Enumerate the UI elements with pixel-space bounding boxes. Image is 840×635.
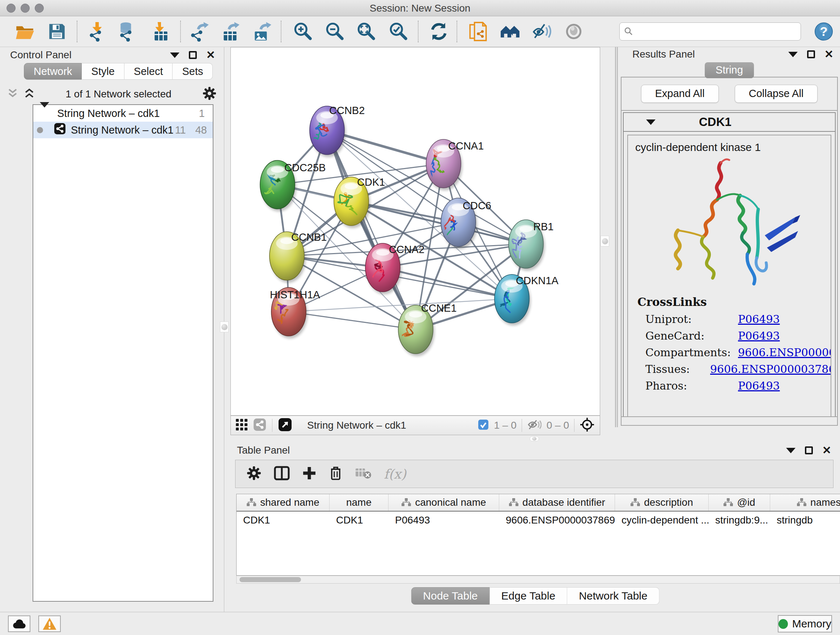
table-cell[interactable]: 9606.ENSP00000378699	[499, 515, 615, 526]
crosslink-link[interactable]: P06493	[738, 329, 780, 342]
tab-style[interactable]: Style	[82, 63, 124, 80]
cdk1-section-header[interactable]: CDK1	[624, 113, 835, 132]
zoom-out-icon	[325, 21, 346, 42]
network-graph[interactable]: CCNB2CCNA1CDC25BCDK1CDC6RB1CCNB1CCNA2CDK…	[231, 48, 600, 415]
memory-button[interactable]: Memory	[778, 615, 832, 632]
close-panel-icon[interactable]: ✕	[824, 50, 834, 58]
tab-network[interactable]: Network	[24, 63, 82, 80]
column-header-namespace[interactable]: namespace	[770, 494, 840, 511]
table-cell[interactable]: stringdb:9...	[709, 515, 770, 526]
warnings-button[interactable]	[38, 616, 61, 632]
panel-menu-icon[interactable]	[170, 52, 180, 58]
edge-CCNE1-HIST1H1A[interactable]	[289, 312, 416, 329]
node-table[interactable]: shared namenamecanonical namedatabase id…	[236, 494, 840, 576]
birds-eye-view-icon[interactable]	[579, 417, 595, 434]
tab-select[interactable]: Select	[125, 63, 173, 80]
open-file-button[interactable]	[12, 19, 37, 44]
edge-CDK1-RB1[interactable]	[351, 201, 526, 244]
column-header-name[interactable]: name	[330, 494, 388, 511]
column-header-canonical-name[interactable]: canonical name	[388, 494, 499, 511]
network-options-gear-icon[interactable]	[202, 86, 217, 102]
column-header-shared-name[interactable]: shared name	[237, 494, 330, 511]
network-collection-row[interactable]: String Network – cdk1 1	[33, 105, 213, 122]
column-header-database-identifier[interactable]: database identifier	[499, 494, 615, 511]
show-graphics-details-button[interactable]	[561, 19, 586, 44]
right-splitter[interactable]	[615, 47, 616, 427]
crosslink-link[interactable]: 9606.ENSP00000378699	[738, 346, 831, 359]
grid-view-icon[interactable]	[236, 419, 248, 432]
import-network-database-button[interactable]	[115, 19, 141, 44]
import-table-file-button[interactable]	[148, 19, 173, 44]
left-splitter-handle[interactable]	[220, 321, 229, 333]
float-panel-icon[interactable]	[805, 447, 813, 454]
export-image-button[interactable]	[249, 19, 274, 44]
create-column-icon[interactable]	[302, 466, 317, 482]
results-scrollbar[interactable]	[622, 416, 837, 425]
search-field[interactable]	[619, 22, 801, 41]
collapse-all-button[interactable]: Collapse All	[735, 85, 818, 103]
collection-expand-icon[interactable]	[40, 108, 49, 119]
tab-string[interactable]: String	[705, 62, 754, 78]
panel-menu-icon[interactable]	[788, 52, 798, 57]
save-session-button[interactable]	[44, 19, 69, 44]
section-collapse-icon[interactable]	[646, 119, 655, 125]
bottom-splitter-handle[interactable]	[530, 436, 539, 441]
table-cell[interactable]: CDK1	[330, 515, 388, 526]
help-button[interactable]: ?	[811, 19, 836, 44]
delete-column-icon[interactable]	[329, 466, 343, 482]
string-network-icon	[54, 123, 66, 137]
table-cell[interactable]: cyclin-dependent ...	[615, 515, 709, 526]
table-cell[interactable]: CDK1	[237, 515, 330, 526]
zoom-out-button[interactable]	[322, 19, 347, 44]
refresh-view-button[interactable]	[426, 19, 452, 44]
scrollbar-thumb[interactable]	[240, 577, 301, 582]
table-cell[interactable]: P06493	[388, 515, 499, 526]
table-row[interactable]: CDK1CDK1P064939606.ENSP00000378699cyclin…	[237, 511, 840, 529]
tab-edge-table[interactable]: Edge Table	[490, 587, 568, 605]
open-in-window-icon[interactable]	[278, 418, 292, 433]
refresh-view-icon	[428, 21, 449, 42]
panel-menu-icon[interactable]	[786, 448, 796, 453]
share-view-icon[interactable]	[253, 418, 266, 432]
right-splitter-handle[interactable]	[600, 236, 609, 247]
hide-graphics-details-button[interactable]	[530, 19, 555, 44]
float-panel-icon[interactable]	[807, 50, 815, 58]
selected-nodes-checkbox[interactable]	[478, 419, 489, 432]
import-network-file-button[interactable]	[85, 19, 111, 44]
show-columns-icon[interactable]	[274, 466, 290, 482]
float-panel-icon[interactable]	[189, 51, 197, 59]
collapse-all-icon[interactable]	[7, 88, 18, 100]
table-hscrollbar[interactable]	[236, 576, 840, 584]
edge-CCNB2-CCNE1[interactable]	[327, 130, 416, 329]
expand-all-icon[interactable]	[24, 88, 35, 100]
close-panel-icon[interactable]: ✕	[206, 51, 215, 59]
function-builder-icon[interactable]: f(x)	[384, 467, 406, 481]
string-import-button[interactable]	[466, 19, 491, 44]
column-header-@id[interactable]: @id	[709, 494, 770, 511]
crosslink-link[interactable]: 9606.ENSP00000378699	[710, 363, 831, 375]
search-input[interactable]	[636, 26, 788, 37]
expand-all-button[interactable]: Expand All	[641, 85, 719, 103]
network-canvas[interactable]: CCNB2CCNA1CDC25BCDK1CDC6RB1CCNB1CCNA2CDK…	[231, 47, 600, 416]
tab-node-table[interactable]: Node Table	[411, 587, 489, 605]
zoom-fit-button[interactable]	[354, 19, 379, 44]
table-settings-gear-icon[interactable]	[246, 466, 262, 482]
column-header-description[interactable]: description	[615, 494, 709, 511]
crosslink-link[interactable]: P06493	[738, 379, 780, 392]
crosslink-label: GeneCard:	[645, 329, 718, 342]
export-network-button[interactable]	[186, 19, 212, 44]
export-table-button[interactable]	[217, 19, 242, 44]
table-cell[interactable]: stringdb	[770, 515, 840, 526]
crosslink-link[interactable]: P06493	[738, 313, 780, 325]
network-row[interactable]: String Network – cdk1 11 48	[33, 122, 213, 138]
delete-table-icon[interactable]	[355, 467, 371, 481]
tab-sets[interactable]: Sets	[172, 63, 213, 80]
cloud-status-button[interactable]	[8, 616, 30, 632]
close-panel-icon[interactable]: ✕	[822, 447, 831, 454]
zoom-in-button[interactable]	[291, 19, 316, 44]
tab-network-table[interactable]: Network Table	[567, 587, 660, 605]
hidden-elements-icon[interactable]	[527, 419, 542, 432]
zoom-selected-button[interactable]	[386, 19, 411, 44]
node-label-CDC6: CDC6	[463, 200, 491, 211]
home-layouts-button[interactable]	[498, 19, 523, 44]
